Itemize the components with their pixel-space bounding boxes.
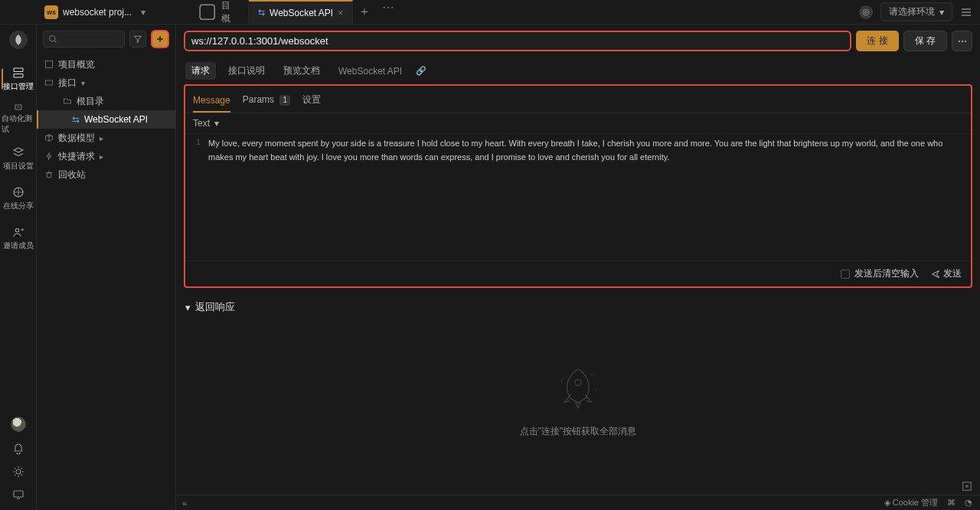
inner-tab-settings[interactable]: 设置 (302, 89, 321, 113)
expand-icon[interactable] (962, 481, 972, 492)
doc-tab-description[interactable]: 接口说明 (222, 62, 271, 80)
payload-type-label: Text (193, 118, 210, 129)
tree-label: 快捷请求 (58, 150, 95, 163)
sidebar-search-row (37, 25, 175, 54)
message-panel-footer: 发送后清空输入 发送 (185, 260, 971, 286)
tree-websocket-api[interactable]: ⇆ WebSocket API (37, 110, 175, 129)
send-label: 发送 (943, 267, 962, 280)
more-button[interactable]: ⋯ (952, 31, 972, 51)
rail-automation-test[interactable]: 自动化测试 (2, 103, 35, 135)
tree-data-models[interactable]: 数据模型 ▸ (37, 129, 175, 147)
message-editor[interactable]: 1 My love, every moment spent by your si… (185, 134, 971, 260)
project-switcher[interactable]: ws websocket proj... ▾ (44, 5, 145, 19)
rail-online-share[interactable]: 在线分享 (2, 182, 35, 214)
inner-tab-params[interactable]: Params 1 (243, 90, 291, 112)
chevron-down-icon: ▾ (214, 118, 219, 129)
cube-icon (44, 133, 54, 142)
editor-tabs: 项目概览 ⇆ WebSocket API × ＋ ⋯ (188, 0, 400, 24)
tree-label: WebSocket API (84, 114, 148, 125)
topbar-right: ◎ 请选择环境 ▾ (859, 2, 980, 21)
sidebar-tree: 项目概览 接口 ▾ 根目录 ⇆ WebSocket API 数据模型 ▸ (37, 54, 175, 510)
response-header[interactable]: ▾ 返回响应 (176, 294, 980, 320)
tab-websocket-api[interactable]: ⇆ WebSocket API × (249, 0, 353, 24)
clock-icon[interactable]: ◔ (965, 498, 972, 508)
inner-tab-label: Params (243, 94, 274, 105)
chevron-right-icon: ▸ (100, 134, 106, 142)
tree-label: 项目概览 (58, 58, 95, 71)
sidebar: 项目概览 接口 ▾ 根目录 ⇆ WebSocket API 数据模型 ▸ (37, 25, 176, 510)
menu-icon[interactable] (960, 6, 972, 18)
doc-tabs: 请求 接口说明 预览文档 WebSocket API 🔗 (176, 57, 980, 83)
inner-tab-message[interactable]: Message (193, 90, 230, 112)
clear-after-send-checkbox[interactable]: 发送后清空输入 (841, 267, 919, 280)
cookie-manager[interactable]: ◈ Cookie 管理 (884, 497, 938, 508)
gear-icon[interactable] (12, 466, 24, 478)
share-icon (11, 185, 25, 199)
rail-label: 接口管理 (3, 81, 34, 92)
svg-rect-9 (46, 61, 53, 68)
cookie-label: Cookie 管理 (893, 498, 938, 507)
close-icon[interactable]: × (338, 8, 343, 18)
doc-tab-request[interactable]: 请求 (185, 62, 216, 80)
clear-label: 发送后清空输入 (854, 267, 919, 280)
tab-overflow-icon[interactable]: ⋯ (376, 0, 400, 24)
save-button[interactable]: 保 存 (903, 31, 947, 51)
rail-invite-members[interactable]: 邀请成员 (2, 222, 35, 254)
collapse-sidebar-icon[interactable]: « (176, 499, 187, 508)
tree-project-overview[interactable]: 项目概览 (37, 55, 175, 74)
rocket-icon (547, 361, 609, 414)
project-name: websocket proj... (63, 7, 132, 18)
response-empty-hint: 点击"连接"按钮获取全部消息 (520, 425, 637, 438)
response-title: 返回响应 (195, 300, 235, 314)
content: ws://127.0.0.1:3001/websocket 连 接 保 存 ⋯ … (176, 25, 980, 510)
tree-label: 根目录 (77, 95, 104, 108)
rail-label: 邀请成员 (3, 240, 34, 251)
tab-project-overview[interactable]: 项目概览 (188, 0, 249, 24)
bolt-icon (44, 152, 54, 161)
tree-recycle-bin[interactable]: 回收站 (37, 165, 175, 184)
add-button[interactable] (151, 30, 169, 48)
doc-tab-preview[interactable]: 预览文档 (277, 62, 326, 80)
connect-button[interactable]: 连 接 (856, 31, 898, 51)
filter-icon (133, 34, 142, 44)
search-input[interactable] (43, 31, 125, 47)
nav-rail: 接口管理 自动化测试 项目设置 在线分享 邀请成员 (0, 25, 37, 510)
url-row: ws://127.0.0.1:3001/websocket 连 接 保 存 ⋯ (176, 25, 980, 57)
doc-tab-api-name[interactable]: WebSocket API (332, 64, 408, 79)
message-panel: Message Params 1 设置 Text ▾ 1 My love, ev… (184, 84, 972, 288)
rail-bottom (11, 417, 26, 510)
plus-icon (155, 34, 165, 44)
svg-point-6 (16, 469, 21, 474)
line-number: 1 (185, 137, 208, 164)
env-status-icon[interactable]: ◎ (859, 5, 873, 19)
chevron-down-icon: ▾ (185, 302, 191, 313)
tree-label: 回收站 (58, 168, 86, 181)
box-icon (44, 78, 54, 87)
link-icon[interactable]: 🔗 (416, 66, 426, 76)
inner-tabs: Message Params 1 设置 (185, 86, 971, 113)
send-icon (931, 270, 940, 279)
params-count-badge: 1 (279, 95, 290, 106)
new-tab-button[interactable]: ＋ (353, 0, 376, 24)
rail-project-settings[interactable]: 项目设置 (2, 142, 35, 175)
avatar[interactable] (11, 417, 26, 432)
url-input[interactable]: ws://127.0.0.1:3001/websocket (184, 31, 851, 51)
trash-icon (44, 170, 54, 179)
message-text: My love, every moment spent by your side… (208, 137, 971, 164)
overview-icon (44, 60, 54, 69)
payload-type-selector[interactable]: Text ▾ (185, 113, 971, 134)
bell-icon[interactable] (12, 443, 24, 455)
app-logo[interactable] (9, 31, 28, 49)
svg-point-11 (575, 379, 581, 385)
tree-interfaces[interactable]: 接口 ▾ (37, 74, 175, 92)
desktop-icon[interactable] (12, 489, 24, 501)
environment-selector[interactable]: 请选择环境 ▾ (880, 2, 952, 21)
chevron-down-icon: ▾ (81, 79, 87, 87)
tree-root-folder[interactable]: 根目录 (37, 92, 175, 110)
tree-quick-request[interactable]: 快捷请求 ▸ (37, 147, 175, 165)
rail-api-management[interactable]: 接口管理 (2, 63, 35, 95)
filter-button[interactable] (129, 31, 146, 47)
send-button[interactable]: 发送 (931, 267, 962, 280)
svg-point-8 (50, 36, 56, 42)
code-icon[interactable]: ⌘ (947, 498, 956, 508)
